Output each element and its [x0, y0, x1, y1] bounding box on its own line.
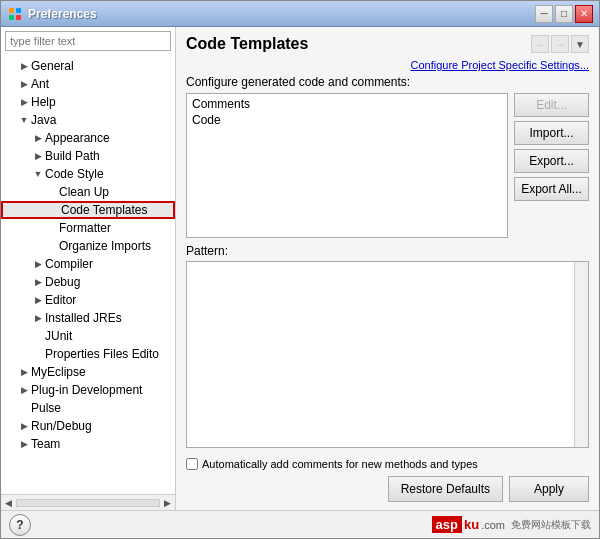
sidebar-item-build-path[interactable]: ▶ Build Path — [1, 147, 175, 165]
expand-icon: ▶ — [17, 437, 31, 451]
sidebar-item-installed-jres[interactable]: ▶ Installed JREs — [1, 309, 175, 327]
window-title: Preferences — [28, 7, 535, 21]
sidebar-item-label: Appearance — [45, 131, 110, 145]
tree: ▶ General ▶ Ant ▶ Help ▼ Java ▶ Appear — [1, 55, 175, 494]
minimize-button[interactable]: ─ — [535, 5, 553, 23]
import-button[interactable]: Import... — [514, 121, 589, 145]
apply-button[interactable]: Apply — [509, 476, 589, 502]
sidebar-item-code-templates[interactable]: ▶ Code Templates — [1, 201, 175, 219]
sidebar-item-label: Team — [31, 437, 60, 451]
status-bar: ? aspku.com 免费网站模板下载 — [1, 510, 599, 538]
template-buttons: Edit... Import... Export... Export All..… — [514, 93, 589, 238]
sidebar-item-label: Code Templates — [61, 203, 148, 217]
sidebar-item-myeclipse[interactable]: ▶ MyEclipse — [1, 363, 175, 381]
expand-icon: ▶ — [31, 149, 45, 163]
export-all-button[interactable]: Export All... — [514, 177, 589, 201]
sidebar-item-debug[interactable]: ▶ Debug — [1, 273, 175, 291]
expand-icon: ▶ — [17, 383, 31, 397]
expand-icon: ▶ — [31, 131, 45, 145]
export-button[interactable]: Export... — [514, 149, 589, 173]
pattern-label: Pattern: — [186, 244, 589, 258]
sidebar-item-label: Build Path — [45, 149, 100, 163]
sidebar-item-appearance[interactable]: ▶ Appearance — [1, 129, 175, 147]
scroll-right-icon[interactable]: ▶ — [162, 498, 173, 508]
sidebar-item-editor[interactable]: ▶ Editor — [1, 291, 175, 309]
help-button[interactable]: ? — [9, 514, 31, 536]
sidebar-item-clean-up[interactable]: ▶ Clean Up — [1, 183, 175, 201]
expand-icon: ▶ — [17, 365, 31, 379]
svg-rect-1 — [16, 8, 21, 13]
sidebar-item-label: Clean Up — [59, 185, 109, 199]
sidebar-scrollbar[interactable]: ◀ ▶ — [1, 494, 175, 510]
maximize-button[interactable]: □ — [555, 5, 573, 23]
expand-icon: ▶ — [31, 275, 45, 289]
sidebar-item-label: Organize Imports — [59, 239, 151, 253]
window-controls: ─ □ ✕ — [535, 5, 593, 23]
window-icon — [7, 6, 23, 22]
sidebar-item-junit[interactable]: ▶ JUnit — [1, 327, 175, 345]
sidebar-item-help[interactable]: ▶ Help — [1, 93, 175, 111]
expand-icon: ▶ — [31, 293, 45, 307]
sidebar-item-label: Code Style — [45, 167, 104, 181]
template-list[interactable]: Comments Code — [186, 93, 508, 238]
filter-input[interactable] — [5, 31, 171, 51]
expand-icon: ▶ — [17, 77, 31, 91]
nav-menu-button[interactable]: ▼ — [571, 35, 589, 53]
sidebar-item-label: Formatter — [59, 221, 111, 235]
sidebar-item-organize-imports[interactable]: ▶ Organize Imports — [1, 237, 175, 255]
expand-icon: ▶ — [17, 59, 31, 73]
edit-button[interactable]: Edit... — [514, 93, 589, 117]
main-content: ▶ General ▶ Ant ▶ Help ▼ Java ▶ Appear — [1, 27, 599, 510]
expand-icon: ▶ — [17, 419, 31, 433]
sidebar-item-label: JUnit — [45, 329, 72, 343]
sidebar-item-run-debug[interactable]: ▶ Run/Debug — [1, 417, 175, 435]
panel-header: Code Templates ← → ▼ — [186, 35, 589, 53]
footer: Automatically add comments for new metho… — [186, 458, 589, 470]
scroll-left-icon[interactable]: ◀ — [3, 498, 14, 508]
right-panel: Code Templates ← → ▼ Configure Project S… — [176, 27, 599, 510]
sidebar-item-label: Run/Debug — [31, 419, 92, 433]
sidebar: ▶ General ▶ Ant ▶ Help ▼ Java ▶ Appear — [1, 27, 176, 510]
sidebar-item-label: Help — [31, 95, 56, 109]
sidebar-item-team[interactable]: ▶ Team — [1, 435, 175, 453]
scroll-track[interactable] — [16, 499, 160, 507]
sidebar-item-label: Editor — [45, 293, 76, 307]
panel-nav: ← → ▼ — [531, 35, 589, 53]
sidebar-item-code-style[interactable]: ▼ Code Style — [1, 165, 175, 183]
sidebar-item-plugin-dev[interactable]: ▶ Plug-in Development — [1, 381, 175, 399]
code-templates-area: Comments Code Edit... Import... Export..… — [186, 93, 589, 238]
sidebar-item-label: Java — [31, 113, 56, 127]
sidebar-item-pulse[interactable]: ▶ Pulse — [1, 399, 175, 417]
sidebar-item-general[interactable]: ▶ General — [1, 57, 175, 75]
pattern-area[interactable] — [186, 261, 589, 448]
sidebar-item-properties-files[interactable]: ▶ Properties Files Edito — [1, 345, 175, 363]
nav-back-button[interactable]: ← — [531, 35, 549, 53]
sidebar-item-java[interactable]: ▼ Java — [1, 111, 175, 129]
sidebar-item-label: Compiler — [45, 257, 93, 271]
expand-icon: ▼ — [17, 113, 31, 127]
expand-icon: ▶ — [31, 257, 45, 271]
close-button[interactable]: ✕ — [575, 5, 593, 23]
nav-forward-button[interactable]: → — [551, 35, 569, 53]
sidebar-item-label: Installed JREs — [45, 311, 122, 325]
configure-project-link[interactable]: Configure Project Specific Settings... — [186, 59, 589, 71]
sidebar-item-label: Properties Files Edito — [45, 347, 159, 361]
sidebar-item-label: General — [31, 59, 74, 73]
configure-label: Configure generated code and comments: — [186, 75, 589, 89]
checkbox-label: Automatically add comments for new metho… — [202, 458, 478, 470]
svg-rect-3 — [16, 15, 21, 20]
list-item[interactable]: Comments — [189, 96, 505, 112]
sidebar-item-label: Plug-in Development — [31, 383, 142, 397]
sidebar-item-formatter[interactable]: ▶ Formatter — [1, 219, 175, 237]
restore-defaults-button[interactable]: Restore Defaults — [388, 476, 503, 502]
sidebar-item-compiler[interactable]: ▶ Compiler — [1, 255, 175, 273]
list-item[interactable]: Code — [189, 112, 505, 128]
panel-title: Code Templates — [186, 35, 308, 53]
expand-icon: ▼ — [31, 167, 45, 181]
preferences-window: Preferences ─ □ ✕ ▶ General ▶ Ant ▶ — [0, 0, 600, 539]
title-bar: Preferences ─ □ ✕ — [1, 1, 599, 27]
pattern-scrollbar[interactable] — [574, 262, 588, 447]
sidebar-item-ant[interactable]: ▶ Ant — [1, 75, 175, 93]
auto-comments-checkbox[interactable] — [186, 458, 198, 470]
expand-icon: ▶ — [17, 95, 31, 109]
